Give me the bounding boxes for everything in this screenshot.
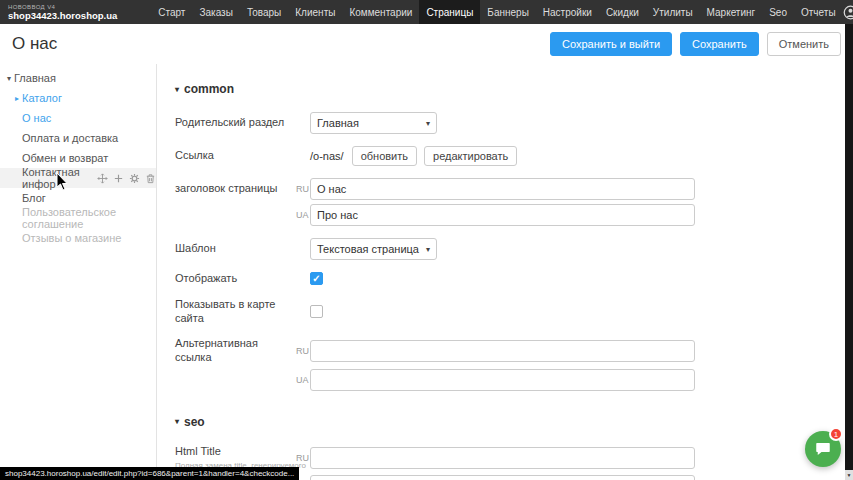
sidebar-item-glavnaya[interactable]: ▾ Главная xyxy=(0,68,156,88)
html-title-ua-input[interactable] xyxy=(310,475,695,480)
section-seo-toggle[interactable]: ▾ seo xyxy=(175,415,853,429)
html-title-ru-input[interactable] xyxy=(310,447,695,469)
sitemap-label: Показывать в карте сайта xyxy=(175,298,296,326)
alt-link-ru-input[interactable] xyxy=(310,340,695,362)
sidebar-item-o-nas[interactable]: О нас xyxy=(0,108,156,128)
sidebar-item-label: Оплата и доставка xyxy=(22,132,118,144)
alt-link-ua-input[interactable] xyxy=(310,369,695,391)
menu-item-seo[interactable]: Seo xyxy=(762,0,794,24)
chevron-down-icon: ▾ xyxy=(175,85,179,94)
sidebar-item-blog[interactable]: Блог xyxy=(0,188,156,208)
trash-icon[interactable] xyxy=(145,173,156,184)
main-menu: Старт Заказы Товары Клиенты Комментарии … xyxy=(151,0,842,24)
sidebar-item-katalog[interactable]: ▸ Каталог xyxy=(0,88,156,108)
cancel-button[interactable]: Отменить xyxy=(767,32,841,56)
menu-item-start[interactable]: Старт xyxy=(151,0,192,24)
display-checkbox[interactable] xyxy=(310,272,323,285)
sidebar-item-label: Главная xyxy=(14,72,56,84)
menu-item-reports[interactable]: Отчеты xyxy=(794,0,843,24)
scrollbar-down-arrow[interactable]: ▼ xyxy=(845,470,853,480)
sidebar-item-obmen-i-vozvrat[interactable]: Обмен и возврат xyxy=(0,148,156,168)
chat-unread-badge: 1 xyxy=(829,427,843,441)
menu-item-pages[interactable]: Страницы xyxy=(419,0,480,24)
chevron-right-icon: ▸ xyxy=(12,94,22,103)
scrollbar-track[interactable] xyxy=(845,24,853,480)
add-icon[interactable] xyxy=(113,173,124,184)
sidebar-item-oplata-i-dostavka[interactable]: Оплата и доставка xyxy=(0,128,156,148)
menu-item-discounts[interactable]: Скидки xyxy=(599,0,646,24)
link-edit-button[interactable]: редактировать xyxy=(424,146,517,166)
section-seo-label: seo xyxy=(184,415,205,429)
sidebar-item-otzyvy-o-magazine[interactable]: Отзывы о магазине xyxy=(0,228,156,248)
menu-item-utilities[interactable]: Утилиты xyxy=(646,0,700,24)
parent-section-value: Главная xyxy=(317,117,359,129)
account-icon[interactable] xyxy=(843,5,853,20)
save-button[interactable]: Сохранить xyxy=(680,32,759,56)
sidebar-item-label: Контактная инфор xyxy=(22,166,89,190)
chevron-down-icon: ▾ xyxy=(426,119,430,128)
sidebar-item-label: Блог xyxy=(22,192,46,204)
top-navigation-bar: НОВОВВОД V4 shop34423.horoshop.ua Старт … xyxy=(0,0,853,24)
page-edit-form: ▾ common Родительский раздел Главная ▾ С… xyxy=(157,64,853,480)
save-and-exit-button[interactable]: Сохранить и выйти xyxy=(550,32,672,56)
link-update-button[interactable]: обновить xyxy=(352,146,417,166)
shop-domain: shop34423.horoshop.ua xyxy=(8,11,117,21)
lang-ua-badge: UA xyxy=(296,375,310,385)
html-title-label: Html Title xyxy=(175,445,221,457)
page-heading-ru-input[interactable] xyxy=(310,178,695,200)
sidebar-item-label: Обмен и возврат xyxy=(22,152,108,164)
sidebar-item-label: О нас xyxy=(22,112,51,124)
lang-ua-badge: UA xyxy=(296,210,310,220)
menu-item-comments[interactable]: Комментарии xyxy=(342,0,419,24)
template-value: Текстовая страница xyxy=(317,243,419,255)
chat-icon xyxy=(814,440,832,458)
sidebar-item-label: Отзывы о магазине xyxy=(22,232,121,244)
menu-item-orders[interactable]: Заказы xyxy=(192,0,239,24)
menu-item-marketing[interactable]: Маркетинг xyxy=(700,0,763,24)
chevron-down-icon: ▾ xyxy=(175,417,179,426)
parent-section-label: Родительский раздел xyxy=(175,116,296,130)
pages-tree-sidebar: ▾ Главная ▸ Каталог О нас Оплата и доста… xyxy=(0,64,157,480)
display-label: Отображать xyxy=(175,272,296,286)
sidebar-item-kontaktnaya-informatsiya[interactable]: Контактная инфор xyxy=(0,168,156,188)
menu-item-banners[interactable]: Баннеры xyxy=(480,0,535,24)
section-common-label: common xyxy=(184,82,234,96)
lang-ru-badge: RU xyxy=(296,453,310,463)
sidebar-item-label: Пользовательское соглашение xyxy=(22,206,156,230)
alt-link-label: Альтернативная ссылка xyxy=(175,337,296,365)
gear-icon[interactable] xyxy=(129,173,140,184)
lang-ru-badge: RU xyxy=(296,184,310,194)
menu-item-clients[interactable]: Клиенты xyxy=(288,0,342,24)
brand-logo[interactable]: НОВОВВОД V4 shop34423.horoshop.ua xyxy=(0,0,127,24)
chevron-down-icon: ▾ xyxy=(4,74,14,83)
link-value: /o-nas/ xyxy=(310,150,344,162)
link-label: Ссылка xyxy=(175,149,296,163)
brand-version-label: НОВОВВОД V4 xyxy=(8,4,117,10)
page-heading-label: заголовок страницы xyxy=(175,182,296,196)
template-select[interactable]: Текстовая страница ▾ xyxy=(310,238,437,260)
drag-move-icon[interactable] xyxy=(97,173,108,184)
app-window: НОВОВВОД V4 shop34423.horoshop.ua Старт … xyxy=(0,0,853,480)
section-common-toggle[interactable]: ▾ common xyxy=(175,82,853,96)
sidebar-item-label: Каталог xyxy=(22,92,62,104)
status-url-tooltip: shop34423.horoshop.ua/edit/edit.php?id=6… xyxy=(0,467,299,480)
sitemap-checkbox[interactable] xyxy=(310,305,323,318)
page-heading-ua-input[interactable] xyxy=(310,204,695,226)
sidebar-item-polzovatelskoe-soglashenie[interactable]: Пользовательское соглашение xyxy=(0,208,156,228)
template-label: Шаблон xyxy=(175,242,296,256)
chevron-down-icon: ▾ xyxy=(426,245,430,254)
lang-ru-badge: RU xyxy=(296,346,310,356)
chat-widget-button[interactable]: 1 xyxy=(805,431,841,467)
page-title: О нас xyxy=(12,34,57,54)
parent-section-select[interactable]: Главная ▾ xyxy=(310,112,437,134)
menu-item-settings[interactable]: Настройки xyxy=(536,0,599,24)
page-header: О нас Сохранить и выйти Сохранить Отмени… xyxy=(0,24,853,64)
menu-item-products[interactable]: Товары xyxy=(240,0,288,24)
